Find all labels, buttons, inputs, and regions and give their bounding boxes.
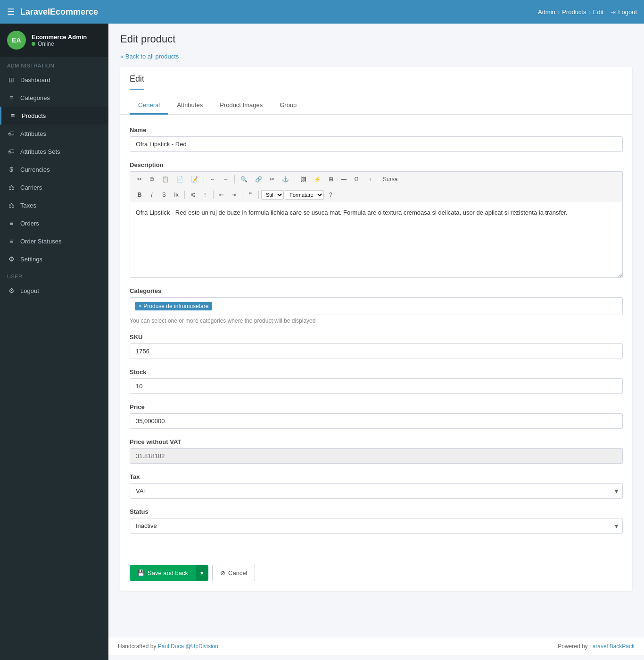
edit-card: Edit General Attributes Product Images G… xyxy=(120,67,632,591)
toolbar-flash[interactable]: ⚡ xyxy=(311,174,324,184)
sidebar-item-attributes[interactable]: 🏷 Attributes xyxy=(0,125,108,142)
stock-input[interactable] xyxy=(130,378,623,394)
status-select-wrapper: Active Inactive xyxy=(130,518,623,534)
categories-group: Categories × Produse de infrumusetare Yo… xyxy=(130,287,623,324)
toolbar-redo[interactable]: → xyxy=(220,174,232,184)
user-name: Ecommerce Admin xyxy=(32,33,87,41)
description-group: Description ✂ ⧉ 📋 📄 📝 ← → 🔍 🔗 xyxy=(130,161,623,278)
toolbar-sep-2 xyxy=(234,175,235,184)
toolbar-copy[interactable]: ⧉ xyxy=(146,174,157,184)
sku-input[interactable] xyxy=(130,343,623,359)
toolbar-sep-8 xyxy=(258,191,259,199)
style-select[interactable]: Stil xyxy=(261,190,284,200)
description-editor[interactable]: Ofra Lipstick - Red este un ruj de buze … xyxy=(130,202,623,278)
save-icon: 💾 xyxy=(137,569,145,576)
sku-group: SKU xyxy=(130,334,623,359)
toolbar-link[interactable]: 🔗 xyxy=(252,174,265,184)
sidebar-item-taxes[interactable]: ⚖ Taxes xyxy=(0,196,108,214)
price-group: Price xyxy=(130,403,623,429)
editor-toolbar: ✂ ⧉ 📋 📄 📝 ← → 🔍 🔗 ✂ ⚓ 🖼 xyxy=(130,171,623,187)
toolbar-help[interactable]: ? xyxy=(325,190,336,200)
tax-select[interactable]: VAT None xyxy=(130,483,623,499)
toolbar-unlink[interactable]: ✂ xyxy=(266,174,278,184)
toolbar-ul[interactable]: ⁝ xyxy=(199,190,211,200)
save-button-group: 💾 Save and back ▾ xyxy=(130,565,208,581)
sidebar-item-settings[interactable]: ⚙ Settings xyxy=(0,250,108,268)
logout-icon: ⇥ xyxy=(611,8,616,16)
footer-framework-link[interactable]: Laravel BackPack xyxy=(589,643,635,650)
sidebar-item-dashboard[interactable]: ⊞ Dashboard xyxy=(0,71,108,89)
tax-label: Tax xyxy=(130,473,623,480)
sidebar-item-order-statuses[interactable]: ≡ Order Statuses xyxy=(0,232,108,250)
logout-link[interactable]: ⇥ Logout xyxy=(611,8,637,16)
card-body: Name Description ✂ ⧉ 📋 📄 📝 ← xyxy=(120,115,632,555)
sidebar-item-categories[interactable]: ≡ Categories xyxy=(0,89,108,107)
toolbar-undo[interactable]: ← xyxy=(206,174,219,184)
orders-icon: ≡ xyxy=(7,219,16,227)
taxes-icon: ⚖ xyxy=(7,201,16,209)
name-label: Name xyxy=(130,126,623,134)
toolbar-image[interactable]: 🖼 xyxy=(297,174,310,184)
toolbar-indent[interactable]: ⇥ xyxy=(228,190,239,200)
toolbar-ol[interactable]: ⑆ xyxy=(187,190,198,200)
sidebar-item-carriers[interactable]: ⚖ Carriers xyxy=(0,178,108,196)
card-title: Edit xyxy=(130,74,144,90)
sidebar-item-logout[interactable]: ⚙ Logout xyxy=(0,282,108,300)
sidebar-item-label: Carriers xyxy=(20,184,42,191)
dashboard-icon: ⊞ xyxy=(7,76,16,84)
price-vat-input xyxy=(130,448,623,464)
sidebar-item-label: Orders xyxy=(20,220,39,227)
tab-general[interactable]: General xyxy=(130,97,168,115)
toolbar-anchor[interactable]: ⚓ xyxy=(279,174,292,184)
tab-attributes[interactable]: Attributes xyxy=(168,97,211,115)
cancel-button[interactable]: ⊘ Cancel xyxy=(212,565,255,581)
user-section-label: USER xyxy=(0,268,108,282)
format-select[interactable]: Formatare xyxy=(285,190,324,200)
toolbar-erase[interactable]: Ix xyxy=(171,190,182,200)
status-label: Status xyxy=(130,508,623,515)
sidebar: EA Ecommerce Admin Online ADMINISTRATION… xyxy=(0,24,108,660)
toolbar-paste-word[interactable]: 📝 xyxy=(188,174,201,184)
toolbar-outdent[interactable]: ⇤ xyxy=(216,190,227,200)
sidebar-item-currencies[interactable]: $ Currencies xyxy=(0,160,108,178)
main-content: Edit product « Back to all products Edit… xyxy=(108,24,644,637)
toolbar-strike[interactable]: S xyxy=(158,190,170,200)
toolbar-bold[interactable]: B xyxy=(134,190,145,200)
stock-group: Stock xyxy=(130,368,623,394)
tab-group[interactable]: Group xyxy=(271,97,305,115)
toolbar-cut[interactable]: ✂ xyxy=(134,174,145,184)
toolbar-special[interactable]: □ xyxy=(363,174,374,184)
status-select[interactable]: Active Inactive xyxy=(130,518,623,534)
toolbar-table[interactable]: ⊞ xyxy=(325,174,337,184)
footer-author-link[interactable]: Paul Duca @UpDivision xyxy=(158,643,218,650)
sidebar-item-orders[interactable]: ≡ Orders xyxy=(0,214,108,232)
toolbar-paste[interactable]: 📋 xyxy=(158,174,172,184)
sidebar-item-attributes-sets[interactable]: 🏷 Attributes Sets xyxy=(0,142,108,160)
save-dropdown-button[interactable]: ▾ xyxy=(196,565,208,581)
sidebar-item-label: Logout xyxy=(20,287,39,294)
toolbar-find[interactable]: 🔍 xyxy=(237,174,251,184)
sidebar-item-label: Dashboard xyxy=(20,76,50,84)
order-statuses-icon: ≡ xyxy=(7,237,16,245)
sidebar-item-products[interactable]: ≡ Products xyxy=(0,107,108,125)
toolbar-sep-1 xyxy=(204,175,204,184)
categories-label: Categories xyxy=(130,287,623,294)
back-to-products-link[interactable]: « Back to all products xyxy=(120,53,179,60)
attributes-icon: 🏷 xyxy=(7,130,16,137)
toolbar-source[interactable]: Sursa xyxy=(380,174,401,184)
footer-left: Handcrafted by Paul Duca @UpDivision. xyxy=(118,643,220,650)
products-icon: ≡ xyxy=(8,112,17,119)
category-tag[interactable]: × Produse de infrumusetare xyxy=(135,302,212,310)
page-title: Edit product xyxy=(120,33,175,45)
toolbar-paste-text[interactable]: 📄 xyxy=(173,174,187,184)
toolbar-hline[interactable]: — xyxy=(338,174,350,184)
toolbar-smiley[interactable]: Ω xyxy=(351,174,362,184)
save-and-back-button[interactable]: 💾 Save and back xyxy=(130,565,196,581)
toolbar-italic[interactable]: I xyxy=(146,190,157,200)
tab-product-images[interactable]: Product Images xyxy=(211,97,271,115)
categories-input[interactable]: × Produse de infrumusetare xyxy=(130,297,623,315)
toolbar-blockquote[interactable]: ❞ xyxy=(245,190,256,200)
sidebar-toggle[interactable]: ☰ xyxy=(7,7,15,17)
price-input[interactable] xyxy=(130,413,623,429)
name-input[interactable] xyxy=(130,136,623,152)
